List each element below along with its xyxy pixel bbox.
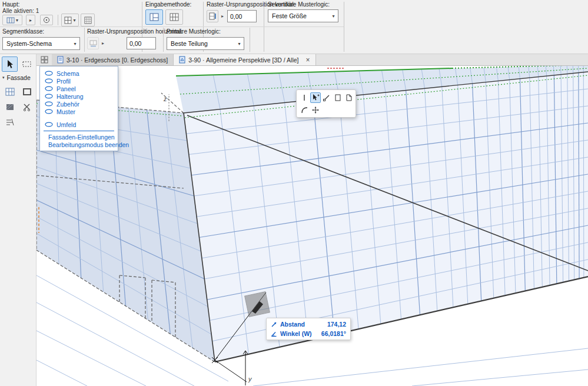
raster-vertikal-origin-button[interactable] [207,10,218,22]
close-tab-icon[interactable]: × [306,56,310,64]
tracker-distance-row[interactable]: Abstand 174,12 [271,320,346,328]
frame-icon [22,87,32,96]
menu-item-umfeld[interactable]: Umfeld [40,121,118,128]
perspective-doc-icon [179,56,185,64]
grid-display-button[interactable]: ▾ [61,14,79,26]
grid-origin-horizontal-icon [89,40,97,47]
cut-tool-button[interactable] [19,99,35,115]
axis-y-label: y [248,375,253,382]
facade-mini-icon [6,17,15,24]
raster-horizontal-origin-button[interactable] [87,37,99,49]
toolbox-section-label: Fassade [7,74,31,81]
menu-item-label: Halterung [57,93,84,100]
pattern-oval-icon [45,109,53,114]
rotate-icon [43,16,50,24]
pet-palette [296,89,356,118]
haupt-rotate-button[interactable] [40,15,53,25]
scissors-icon [22,102,32,112]
grid-snap-button[interactable] [81,14,95,26]
panel-highlight[interactable] [245,292,270,317]
dropdown-arrow-icon: ▾ [73,18,75,23]
tracker-angle-value: 66,0181° [321,330,346,337]
haupt-flyout-button[interactable]: ▾ [2,15,22,25]
angle-icon [271,331,277,337]
tracker-angle-label: Winkel (W) [280,330,312,337]
sekundaere-musterlogik-label: Sekundäre Musterlogic: [268,1,330,8]
active-count-label: Alle aktiven: 1 [2,8,39,14]
dropdown-arrow-icon: ▾ [71,41,79,46]
palette-divider-tool[interactable] [299,92,310,103]
distance-arrow-icon [271,321,277,328]
frame-tool-button[interactable] [19,84,35,99]
menu-item-paneel[interactable]: Paneel [40,85,118,92]
menu-item-fassaden-einstellungen[interactable]: Fassaden-Einstellungen [40,133,118,141]
multi-grid-input-icon [170,13,179,21]
eingabemethode-toggle-1[interactable] [145,9,163,25]
menu-item-zubehoer[interactable]: Zubehör [40,100,118,108]
hatch-tool-button[interactable] [2,99,18,115]
tracker-distance-label: Abstand [280,321,305,328]
profile-oval-icon [45,78,53,84]
tab-erdgeschoss[interactable]: 3-10 · Erdgeschoss [0. Erdgeschoss] [52,54,174,65]
tracker-angle-row[interactable]: Winkel (W) 66,0181° [271,330,346,338]
single-panel-input-icon [150,13,159,21]
palette-draw-line-tool[interactable] [321,92,332,103]
menu-item-bearbeitungsmodus-beenden[interactable]: Bearbeitungsmodus beenden [40,141,118,148]
haupt-label: Haupt: [2,1,19,8]
menu-item-halterung[interactable]: Halterung [40,92,118,100]
label-tool-button[interactable] [2,115,18,130]
facade-context-menu: Schema Profil Paneel Halterung Zubehör M… [39,66,118,151]
tab-label: 3-10 · Erdgeschoss [0. Erdgeschoss] [67,56,168,64]
primaere-musterlogik-value: Beste Teilung [171,40,208,47]
panel-oval-icon [45,86,53,91]
page-fold-icon [345,94,353,102]
page-icon [334,94,342,102]
3d-viewport: z y Schema [36,66,588,386]
view-tab-bar: 3-10 · Erdgeschoss [0. Erdgeschoss] 3-90… [36,54,588,66]
panel-tool-button[interactable] [2,84,18,99]
raster-horizontal-input[interactable] [127,37,156,49]
segmentklasse-select[interactable]: System-Schema ▾ [2,37,80,50]
segmentklasse-value: System-Schema [6,40,52,47]
diagonal-line-icon [323,94,331,102]
menu-item-label: Umfeld [57,121,76,128]
raster-vertikal-flyout[interactable]: ▸ [220,10,225,22]
palette-boundary-fold-tool[interactable] [344,92,354,103]
scheme-oval-icon [45,71,53,76]
menu-item-label: Zubehör [57,101,79,108]
menu-item-schema[interactable]: Schema [40,69,118,77]
tab-3d-perspektive[interactable]: 3-90 · Allgemeine Perspektive [3D / Alle… [174,54,315,65]
environment-oval-icon [45,122,53,127]
move-cross-icon [311,106,320,114]
dropdown-arrow-icon: ▾ [235,41,244,46]
toolbox-section-fassade[interactable]: ▾ Fassade [2,74,31,81]
dropdown-arrow-icon: ▾ [329,14,338,19]
window-grid-icon [64,16,72,24]
hatch-square-icon [5,102,15,112]
menu-item-profil[interactable]: Profil [40,77,118,85]
marquee-tool-button[interactable] [19,56,35,72]
floorplan-doc-icon [57,56,64,64]
bracket-oval-icon [45,94,53,99]
palette-boundary-tool[interactable] [333,92,343,103]
flyout-arrow-icon: ▸ [102,41,104,46]
panel-grid-icon [5,87,15,96]
sekundaere-musterlogik-value: Feste Größe [272,12,307,19]
palette-add-select-tool[interactable] [310,92,321,103]
raster-vertikal-input[interactable] [227,10,257,22]
eingabemethode-toggle-2[interactable] [165,9,183,25]
archicad-facade-editor: Haupt: Alle aktiven: 1 ▾ ▸ ▾ Eingabemeth… [0,0,588,386]
haupt-secondary-button[interactable]: ▸ [26,15,35,25]
menu-item-muster[interactable]: Muster [40,108,118,115]
menu-item-label: Paneel [57,85,76,92]
arc-icon [300,106,308,114]
raster-horizontal-flyout[interactable]: ▸ [100,37,106,49]
palette-move-tool[interactable] [310,105,321,115]
vertical-bar-icon [300,94,308,102]
palette-curve-tool[interactable] [299,105,310,115]
primaere-musterlogik-select[interactable]: Beste Teilung ▾ [167,37,244,50]
arrow-tool-button[interactable] [2,56,18,72]
tab-overview-button[interactable] [36,54,52,65]
sekundaere-musterlogik-select[interactable]: Feste Größe ▾ [268,9,338,22]
menu-separator [44,131,114,131]
